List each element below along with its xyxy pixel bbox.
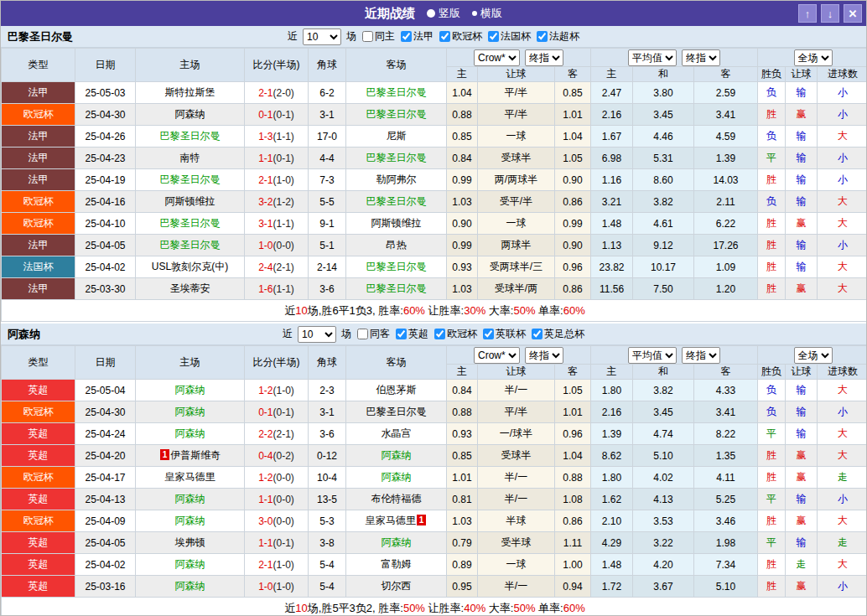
league-filter-fa-cup[interactable]: 英足总杯 [528,327,584,341]
bookmaker-select[interactable]: Crow* [474,347,520,364]
result-wdl: 平 [758,532,786,554]
asia-final-select[interactable]: 终指 [525,347,563,364]
fulltime-score: 1-0 [258,240,273,251]
ah-away-odds: 0.96 [555,256,591,278]
league-checkbox-fa-cup[interactable] [532,329,543,339]
result-wdl: 平 [758,423,786,445]
result-wdl: 负 [758,82,786,104]
radio-vertical-label: 竖版 [439,6,460,21]
corner-count: 5-5 [309,191,346,213]
results-table: 类型 日期 主场 比分(半场) 角球 客场 Crow* 终指 平均值 [1,48,867,322]
average-select[interactable]: 平均值 [628,49,677,66]
score-cell: 0-1(0-1) [245,401,309,423]
league-checkbox-epl[interactable] [396,329,407,339]
euro-away-odds: 3.46 [694,510,758,532]
ah-home-odds: 0.88 [447,104,478,126]
score-cell: 1-1(0-1) [245,148,309,169]
halftime-score: (1-1) [273,218,294,230]
league-filter-trophee[interactable]: 法超杯 [533,29,579,44]
recent-results-window: 近期战绩 竖版 横版 ↑ ↓ ✕ 巴黎圣日尔曼 近 10 场 [0,0,867,616]
match-row: 英超25-04-05埃弗顿1-1(0-1)3-8阿森纳0.79受半球1.114.… [2,532,867,554]
euro-home-odds: 2.47 [591,82,633,104]
league-checkbox-ligue1[interactable] [401,31,412,42]
away-team: 阿斯顿维拉 [346,213,447,235]
away-team: 昂热 [346,235,447,256]
average-select[interactable]: 平均值 [628,347,677,364]
asia-final-select[interactable]: 终指 [525,49,563,66]
halftime-score: (0-0) [273,494,294,505]
score-cell: 2-4(2-1) [245,256,309,278]
radio-vertical-layout[interactable]: 竖版 [427,6,460,21]
euro-final-select[interactable]: 终指 [682,49,720,66]
halftime-score: (1-1) [273,283,294,295]
same-home-checkbox[interactable] [362,31,373,42]
euro-draw-odds: 3.82 [633,191,694,213]
games-count-select[interactable]: 10 [298,326,336,343]
same-home-checkbox-label[interactable]: 同主 [359,29,395,44]
league-checkbox-coupe[interactable] [488,31,499,42]
euro-away-odds: 4.59 [694,126,758,148]
away-team-name: 皇家马德里 [366,515,416,526]
match-date: 25-04-30 [75,401,136,423]
bookmaker-select[interactable]: Crow* [474,49,520,66]
home-team-name: 阿森纳 [175,108,205,120]
sub-header-wdl: 胜负 [758,67,786,82]
league-filter-epl[interactable]: 英超 [392,327,428,341]
summary-segment: 40% [464,602,485,614]
ah-home-odds: 0.99 [447,169,478,191]
move-up-button[interactable]: ↑ [798,4,817,23]
corner-count: 5-4 [309,576,346,598]
same-away-checkbox[interactable] [357,329,368,339]
summary-segment: 近 [284,304,295,317]
sub-header-ah-home: 主 [447,67,478,82]
col-header-date: 日期 [75,49,136,82]
euro-home-odds: 1.48 [591,554,633,576]
scope-select[interactable]: 全场 [794,347,833,364]
result-goals: 走 [818,532,867,554]
league-checkbox-ucl[interactable] [434,329,445,339]
scope-select[interactable]: 全场 [794,49,833,66]
away-team: 切尔西 [346,576,447,598]
league-filter-ucl[interactable]: 欧冠杯 [436,29,482,44]
home-team-name: 阿森纳 [175,580,205,592]
league-filter-efl-cup[interactable]: 英联杯 [480,327,526,341]
league-filter-coupe[interactable]: 法国杯 [485,29,531,44]
score-cell: 2-1(1-0) [245,169,309,191]
ah-home-odds: 1.04 [447,82,478,104]
away-team: 富勒姆 [346,554,447,576]
summary-segment: 60% [563,602,585,614]
league-filter-ligue1[interactable]: 法甲 [397,29,434,44]
halftime-score: (0-1) [273,406,294,418]
euro-final-select[interactable]: 终指 [682,347,720,364]
games-count-select[interactable]: 10 [303,28,341,45]
games-label: 场 [346,29,356,44]
score-cell: 2-1(2-0) [245,82,309,104]
league-checkbox-trophee[interactable] [537,31,548,42]
euro-home-odds: 1.62 [591,489,633,510]
corner-count: 3-6 [309,423,346,445]
match-row: 法甲25-03-30圣埃蒂安1-6(1-1)3-6巴黎圣日尔曼1.03受球半/两… [2,278,867,300]
league-checkbox-efl-cup[interactable] [483,329,494,339]
euro-home-odds: 8.62 [591,445,633,467]
same-away-checkbox-label[interactable]: 同客 [354,327,390,341]
sub-header-eu-away: 客 [694,67,758,82]
fulltime-score: 1-2 [258,385,273,396]
home-team: 阿森纳 [136,576,245,598]
league-checkbox-ucl[interactable] [439,31,450,42]
home-team: 阿斯顿维拉 [136,191,245,213]
radio-horizontal-layout[interactable]: 横版 [472,6,502,21]
away-team-name: 巴黎圣日尔曼 [366,108,427,120]
euro-away-odds: 2.11 [694,191,758,213]
euro-draw-odds: 5.10 [633,445,694,467]
score-cell: 1-1(0-0) [245,489,309,510]
home-team: 巴黎圣日尔曼 [136,213,245,235]
ah-home-odds: 0.95 [447,576,478,598]
move-down-button[interactable]: ↓ [821,4,839,23]
league-filter-ucl[interactable]: 欧冠杯 [431,327,477,341]
result-wdl: 负 [758,191,786,213]
page-title: 近期战绩 [365,6,415,22]
away-team-name: 勒阿弗尔 [376,173,417,185]
close-button[interactable]: ✕ [844,4,862,23]
home-team: 阿森纳 [136,104,245,126]
euro-home-odds: 2.16 [591,104,633,126]
